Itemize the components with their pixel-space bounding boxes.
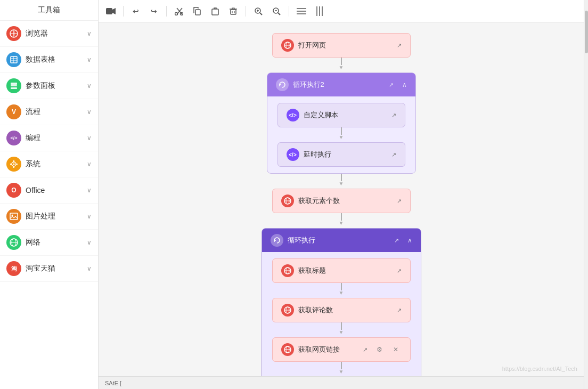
video-button[interactable] [103, 4, 119, 19]
sidebar-label-params: 参数面板 [26, 81, 87, 91]
copy-button[interactable] [189, 4, 205, 19]
svg-rect-9 [11, 87, 17, 89]
loop-header-outer[interactable]: 循环执行 ↗ ∧ [262, 229, 421, 252]
svg-rect-28 [212, 9, 218, 15]
loop2-collapse[interactable]: ∧ [402, 81, 407, 88]
svg-point-11 [13, 164, 15, 165]
sidebar-item-datatable[interactable]: 数据表格 ∨ [0, 47, 98, 73]
watermark: https://blog.csdn.net/AI_Tech [502, 366, 577, 372]
sidebar-item-system[interactable]: 系统 ∨ [0, 151, 98, 177]
node-get-url[interactable]: 获取网页链接 ↗ ⚙ ✕ [272, 337, 411, 362]
sidebar-item-flow[interactable]: V 流程 ∨ [0, 99, 98, 125]
align-v-button[interactable] [312, 4, 328, 19]
sidebar-title: 工具箱 [0, 0, 98, 21]
connector-loop2-1: ▼ [339, 127, 344, 142]
node-label-open-webpage: 打开网页 [298, 40, 393, 50]
sidebar-item-network[interactable]: 网络 ∨ [0, 230, 98, 256]
custom-script-label: 自定义脚本 [304, 110, 387, 120]
sidebar-item-coding[interactable]: </> 编程 ∨ [0, 125, 98, 151]
sidebar-label-system: 系统 [26, 159, 87, 169]
connector-loop-1: ▼ [339, 283, 344, 298]
align-h-button[interactable] [293, 4, 309, 19]
zoom-in-button[interactable] [250, 4, 266, 19]
connector-3: ▼ [339, 213, 344, 228]
loop2-label: 循环执行2 [293, 80, 385, 90]
sidebar-item-taobao[interactable]: 淘 淘宝天猫 ∨ [0, 256, 98, 282]
chevron-icon-coding: ∨ [87, 134, 92, 142]
loop2-icon [276, 78, 289, 91]
sidebar-item-browser[interactable]: 浏览器 ∨ [0, 21, 98, 47]
connector-2: ▼ [339, 174, 344, 189]
scrollbar-thumb[interactable] [585, 11, 588, 53]
loop-outer-label: 循环执行 [288, 236, 390, 245]
get-comments-link: ↗ [397, 307, 402, 314]
status-text: SAtE [ [105, 380, 121, 386]
node-get-element-count[interactable]: 获取元素个数 ↗ [272, 189, 411, 213]
svg-rect-8 [11, 85, 17, 86]
status-bar: SAtE [ [99, 376, 584, 389]
svg-point-25 [175, 12, 178, 15]
taobao-icon: 淘 [6, 261, 21, 276]
get-comments-icon [281, 304, 294, 317]
connector-loop-2: ▼ [339, 322, 344, 337]
imgproc-icon [6, 209, 21, 224]
loop-outer-collapse[interactable]: ∧ [407, 237, 412, 244]
sidebar-label-office: Office [26, 186, 87, 194]
svg-rect-7 [11, 83, 17, 85]
custom-script-icon: </> [287, 109, 299, 121]
svg-rect-3 [11, 56, 17, 63]
get-element-count-icon [281, 194, 294, 207]
connector-loop-3: ▼ [339, 362, 344, 376]
loop-outer-icon [271, 234, 283, 247]
loop-outer-link: ↗ [394, 237, 399, 244]
svg-marker-22 [112, 8, 116, 14]
loop-header-2[interactable]: 循环执行2 ↗ ∧ [267, 73, 415, 96]
canvas[interactable]: 打开网页 ↗ ▼ 循环执行2 ↗ ∧ [99, 22, 584, 376]
node-get-comments[interactable]: 获取评论数 ↗ [272, 298, 411, 322]
svg-line-38 [278, 13, 280, 15]
node-get-title[interactable]: 获取标题 ↗ [272, 258, 411, 283]
get-url-icon [281, 343, 294, 356]
get-title-label: 获取标题 [298, 266, 393, 275]
node-custom-script[interactable]: </> 自定义脚本 ↗ [277, 103, 405, 127]
delete-button[interactable] [225, 4, 241, 19]
redo-button[interactable]: ↪ [146, 4, 162, 19]
toolbar-divider-3 [246, 6, 246, 17]
get-url-settings-button[interactable]: ⚙ [374, 344, 386, 355]
loop-outer-body: 获取标题 ↗ ▼ 获取评论数 ↗ [262, 252, 421, 376]
node-delay-exec[interactable]: </> 延时执行 ↗ [277, 142, 405, 167]
get-url-label: 获取网页链接 [298, 345, 358, 354]
get-url-link: ↗ [363, 346, 368, 353]
zoom-out-button[interactable] [268, 4, 284, 19]
datatable-icon [6, 52, 21, 67]
svg-line-34 [260, 13, 262, 15]
sidebar-item-imgproc[interactable]: 图片处理 ∨ [0, 204, 98, 230]
chevron-icon-system: ∨ [87, 160, 92, 168]
node-open-webpage[interactable]: 打开网页 ↗ [272, 33, 411, 58]
sidebar-label-browser: 浏览器 [26, 29, 87, 38]
get-title-link: ↗ [397, 268, 402, 274]
svg-rect-21 [106, 8, 112, 14]
main-area: ↩ ↪ [99, 0, 584, 389]
chevron-icon-office: ∨ [87, 187, 92, 194]
sidebar-item-params[interactable]: 参数面板 ∨ [0, 73, 98, 99]
browser-icon [6, 26, 21, 41]
chevron-icon-taobao: ∨ [87, 265, 92, 272]
chevron-icon-browser: ∨ [87, 30, 92, 37]
cut-button[interactable] [171, 4, 187, 19]
svg-rect-29 [231, 10, 236, 14]
get-element-count-label: 获取元素个数 [298, 196, 393, 206]
delay-exec-label: 延时执行 [304, 150, 387, 159]
get-url-delete-button[interactable]: ✕ [390, 344, 402, 355]
toolbar-divider-2 [166, 6, 167, 17]
delay-exec-link: ↗ [391, 151, 396, 158]
loop2-link: ↗ [389, 82, 394, 88]
chevron-icon-network: ∨ [87, 239, 92, 246]
sidebar-label-taobao: 淘宝天猫 [26, 264, 87, 273]
node-icon-open-webpage [281, 39, 294, 52]
sidebar-item-office[interactable]: O Office ∨ [0, 177, 98, 204]
paste-button[interactable] [207, 4, 223, 19]
undo-button[interactable]: ↩ [128, 4, 144, 19]
svg-rect-27 [195, 10, 200, 15]
right-scrollbar[interactable] [584, 0, 588, 389]
